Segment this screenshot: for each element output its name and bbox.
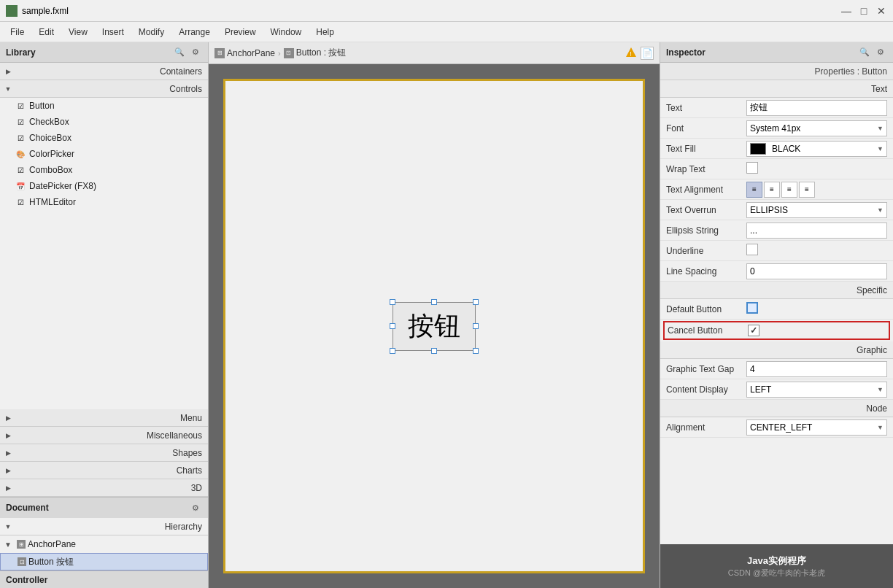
lib-item-button[interactable]: ☑ Button [0,98,208,114]
line-spacing-input[interactable] [746,263,887,279]
menu-arrange[interactable]: Arrange [171,24,217,40]
text-overrun-dropdown-value: ELLIPSIS [750,205,788,215]
handle-top-left[interactable] [390,299,395,305]
menu-view[interactable]: View [61,24,95,40]
button-tree-icon: ⊡ [18,557,26,566]
align-justify-btn[interactable]: ≡ [799,182,815,198]
ellipsis-input[interactable] [746,223,887,239]
handle-mid-left[interactable] [390,323,395,329]
lib-item-colorpicker[interactable]: 🎨 ColorPicker [0,146,208,162]
text-prop-value[interactable] [746,100,887,116]
maximize-button[interactable]: □ [858,5,870,17]
section-node-label: Node [866,403,887,414]
text-overrun-value[interactable]: ELLIPSIS ▼ [746,202,887,218]
content-display-value[interactable]: LEFT ▼ [746,382,887,398]
menu-edit[interactable]: Edit [31,24,61,40]
menu-file[interactable]: File [3,24,31,40]
graphic-text-gap-value[interactable] [746,361,887,377]
document-header: Document ⚙ [0,498,208,518]
section-shapes[interactable]: ▶ Shapes [0,444,208,462]
canvas-toolbar-right: ! 📄 [625,47,654,60]
library-settings-icon[interactable]: ⚙ [189,46,202,59]
menu-help[interactable]: Help [309,24,341,40]
title-controls[interactable]: — □ ✕ [840,5,887,17]
inspector-search-icon[interactable]: 🔍 [858,46,871,59]
content-display-dropdown[interactable]: LEFT ▼ [746,382,887,398]
section-miscellaneous[interactable]: ▶ Miscellaneous [0,427,208,444]
lib-colorpicker-label: ColorPicker [29,149,74,159]
lib-item-combobox[interactable]: ☑ ComboBox [0,162,208,178]
handle-bot-right[interactable] [473,348,479,354]
canvas-area[interactable]: 按钮 [209,64,660,588]
containers-arrow: ▶ [3,66,13,77]
section-containers[interactable]: ▶ Containers [0,63,208,80]
handle-top-center[interactable] [431,299,437,305]
alignment-dropdown[interactable]: CENTER_LEFT ▼ [746,419,887,436]
inspector-settings-icon[interactable]: ⚙ [874,46,887,59]
text-fill-prop-label: Text Fill [666,144,746,154]
lib-item-choicebox[interactable]: ☑ ChoiceBox [0,130,208,146]
lib-item-checkbox[interactable]: ☑ CheckBox [0,114,208,130]
alignment-prop-value[interactable]: CENTER_LEFT ▼ [746,419,887,436]
lib-item-htmleditor[interactable]: ☑ HTMLEditor [0,194,208,210]
menu-preview[interactable]: Preview [217,24,263,40]
align-right-btn[interactable]: ≡ [781,182,797,198]
library-icons[interactable]: 🔍 ⚙ [173,46,202,59]
font-prop-value[interactable]: System 41px ▼ [746,120,887,136]
text-fill-dropdown[interactable]: BLACK ▼ [746,141,887,157]
section-graphic: Graphic [660,341,893,359]
section-text: Text [660,80,893,98]
prop-text-overrun: Text Overrun ELLIPSIS ▼ [660,200,893,220]
handle-mid-right[interactable] [473,323,479,329]
ellipsis-string-value[interactable] [746,223,887,239]
default-button-value[interactable] [746,302,887,316]
lib-item-datepicker[interactable]: 📅 DatePicker (FX8) [0,178,208,194]
button-tree-label: Button 按钮 [28,556,74,568]
default-button-checkbox[interactable] [746,302,758,314]
section-menu[interactable]: ▶ Menu [0,409,208,427]
close-button[interactable]: ✕ [875,5,887,17]
breadcrumb-anchor[interactable]: ⊞ AnchorPane [214,48,275,58]
controller-bar: Controller [0,570,208,588]
document-settings-icon[interactable]: ⚙ [189,501,202,514]
cancel-button-value[interactable]: ✓ [748,325,886,336]
text-prop-label: Text [666,103,746,113]
underline-checkbox[interactable] [746,244,758,255]
tree-anchor-pane[interactable]: ▼ ⊞ AnchorPane [0,535,208,553]
library-search-icon[interactable]: 🔍 [173,46,186,59]
cancel-button-checkbox[interactable]: ✓ [748,325,759,336]
wrap-text-value[interactable] [746,162,887,176]
button-widget[interactable]: 按钮 [393,302,476,351]
text-alignment-value[interactable]: ≡ ≡ ≡ ≡ [746,182,887,198]
inspector-icons[interactable]: 🔍 ⚙ [858,46,887,59]
menu-modify[interactable]: Modify [131,24,171,40]
tree-button[interactable]: ⊡ Button 按钮 [0,553,208,570]
handle-bot-left[interactable] [390,348,395,354]
text-overrun-dropdown[interactable]: ELLIPSIS ▼ [746,202,887,218]
underline-value[interactable] [746,244,887,258]
menu-window[interactable]: Window [263,24,309,40]
align-left-btn[interactable]: ≡ [746,182,762,198]
handle-bot-center[interactable] [431,348,437,354]
handle-top-right[interactable] [473,299,479,305]
alignment-buttons[interactable]: ≡ ≡ ≡ ≡ [746,182,887,198]
title-bar: sample.fxml — □ ✕ [0,0,893,22]
text-input[interactable] [746,100,887,116]
section-charts[interactable]: ▶ Charts [0,462,208,479]
text-fill-prop-value[interactable]: BLACK ▼ [746,141,887,157]
minimize-button[interactable]: — [840,5,852,17]
wrap-text-checkbox[interactable] [746,162,758,174]
section-3d[interactable]: ▶ 3D [0,479,208,497]
font-dropdown[interactable]: System 41px ▼ [746,120,887,136]
breadcrumb-button[interactable]: ⊡ Button : 按钮 [284,47,347,59]
line-spacing-value[interactable] [746,263,887,279]
section-controls[interactable]: ▼ Controls [0,80,208,98]
canvas-export-icon[interactable]: 📄 [641,47,654,60]
menu-insert[interactable]: Insert [95,24,131,40]
graphic-text-gap-input[interactable] [746,361,887,377]
document-section: Document ⚙ ▼ Hierarchy ▼ ⊞ AnchorPane ⊡ … [0,497,208,570]
prop-ellipsis-string: Ellipsis String [660,220,893,241]
prop-graphic-text-gap: Graphic Text Gap [660,359,893,379]
align-center-btn[interactable]: ≡ [764,182,780,198]
hierarchy-row[interactable]: ▼ Hierarchy [0,518,208,535]
